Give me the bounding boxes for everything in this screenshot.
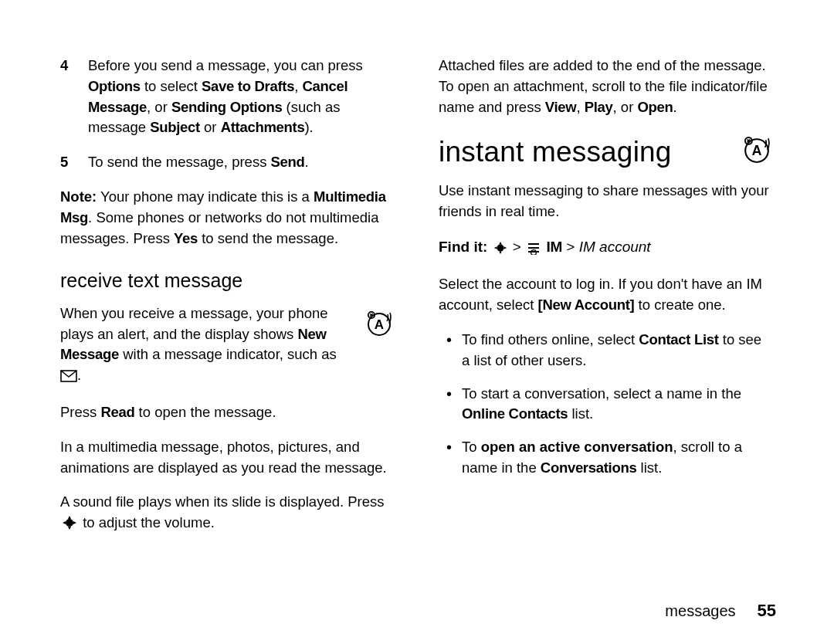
- text: .: [673, 99, 677, 115]
- right-column: Attached files are added to the end of t…: [439, 56, 771, 613]
- text: , or: [613, 99, 638, 115]
- bold-text: open an active conversation: [481, 439, 673, 455]
- press-read-paragraph: Press Read to open the message.: [60, 402, 392, 423]
- manual-page: 4 Before you send a message, you can pre…: [0, 0, 834, 644]
- svg-text:A: A: [375, 317, 384, 332]
- text: To start a conversation, select a name i…: [462, 385, 741, 402]
- send-key: Send: [271, 154, 305, 170]
- text: To send the message, press: [88, 154, 271, 170]
- text: to adjust the volume.: [83, 514, 215, 530]
- text: , or: [147, 99, 171, 115]
- im-key: IM: [547, 239, 563, 255]
- svg-point-6: [66, 519, 73, 527]
- conversations-key: Conversations: [541, 459, 637, 476]
- list-item: To open an active conversation, scroll t…: [462, 437, 771, 479]
- instant-messaging-heading: instant messaging A: [439, 131, 771, 173]
- save-drafts-key: Save to Drafts: [202, 78, 294, 94]
- receive-paragraph: When you receive a message, your phone p…: [60, 303, 392, 388]
- contact-list-key: Contact List: [639, 331, 718, 347]
- note-paragraph: Note: Your phone may indicate this is a …: [60, 187, 392, 249]
- text: Before you send a message, you can press: [88, 57, 363, 73]
- yes-key: Yes: [174, 230, 198, 246]
- step-number: 5: [60, 152, 74, 173]
- online-contacts-key: Online Contacts: [462, 405, 568, 422]
- text: A sound file plays when its slide is dis…: [60, 493, 385, 510]
- note-label: Note:: [60, 188, 97, 205]
- text: To: [462, 439, 481, 455]
- read-key: Read: [100, 404, 134, 420]
- text: to select: [141, 78, 202, 94]
- login-paragraph: Select the account to log in. If you don…: [439, 274, 771, 316]
- text: to create one.: [634, 297, 725, 313]
- play-key: Play: [585, 99, 613, 115]
- text: ).: [304, 119, 313, 135]
- attachment-paragraph: Attached files are added to the end of t…: [439, 56, 771, 117]
- attachments-key: Attachments: [221, 119, 305, 135]
- text: Press: [60, 404, 100, 420]
- page-footer: messages 55: [665, 601, 776, 621]
- open-key: Open: [637, 99, 673, 115]
- page-number: 55: [758, 601, 776, 621]
- step-body: To send the message, press Send.: [88, 152, 392, 173]
- menu-icon: [527, 239, 541, 261]
- text: list.: [636, 459, 662, 476]
- sound-paragraph: A sound file plays when its slide is dis…: [60, 492, 392, 537]
- text: ,: [294, 78, 302, 94]
- im-bullet-list: To find others online, select Contact Li…: [439, 330, 771, 479]
- text: or: [200, 119, 221, 135]
- new-account-key: [New Account]: [538, 297, 635, 313]
- text: to open the message.: [134, 404, 276, 420]
- list-item: To find others online, select Contact Li…: [462, 330, 771, 371]
- antenna-badge-icon: A: [743, 133, 771, 175]
- antenna-badge-icon: A: [366, 310, 392, 342]
- text: .: [77, 367, 81, 383]
- footer-section: messages: [665, 602, 735, 620]
- im-intro: Use instant messaging to share messages …: [439, 181, 771, 222]
- view-key: View: [545, 99, 577, 115]
- options-key: Options: [88, 78, 141, 94]
- step-body: Before you send a message, you can press…: [88, 56, 392, 138]
- find-it-label: Find it:: [439, 239, 487, 255]
- text: to send the message.: [198, 230, 338, 246]
- subject-key: Subject: [150, 119, 200, 135]
- sep: >: [562, 239, 579, 255]
- text: ,: [576, 99, 584, 115]
- svg-text:A: A: [751, 144, 761, 159]
- text: with a message indicator, such as: [119, 346, 337, 362]
- text: To find others online, select: [462, 331, 639, 347]
- svg-rect-14: [528, 247, 539, 249]
- svg-point-12: [497, 244, 503, 251]
- sending-options-key: Sending Options: [171, 99, 283, 115]
- sep: >: [509, 239, 526, 255]
- im-account: IM account: [579, 239, 651, 255]
- find-it-line: Find it: > IM > IM account: [439, 236, 771, 261]
- two-column-layout: 4 Before you send a message, you can pre…: [60, 56, 780, 613]
- text: When you receive a message, your phone p…: [60, 305, 328, 342]
- svg-rect-15: [528, 251, 539, 253]
- step-4: 4 Before you send a message, you can pre…: [60, 56, 392, 138]
- envelope-icon: [60, 368, 77, 388]
- nav-key-icon: [493, 239, 507, 261]
- step-5: 5 To send the message, press Send.: [60, 152, 392, 173]
- text: list.: [568, 405, 593, 422]
- text: Your phone may indicate this is a: [97, 188, 314, 205]
- nav-key-icon: [62, 515, 77, 537]
- receive-heading: receive text message: [60, 266, 392, 294]
- heading-text: instant messaging: [439, 136, 672, 168]
- multimedia-paragraph: In a multimedia message, photos, picture…: [60, 437, 392, 479]
- svg-rect-13: [528, 243, 539, 245]
- left-column: 4 Before you send a message, you can pre…: [60, 56, 392, 613]
- text: .: [305, 154, 309, 170]
- list-item: To start a conversation, select a name i…: [462, 384, 771, 425]
- step-number: 4: [60, 56, 74, 138]
